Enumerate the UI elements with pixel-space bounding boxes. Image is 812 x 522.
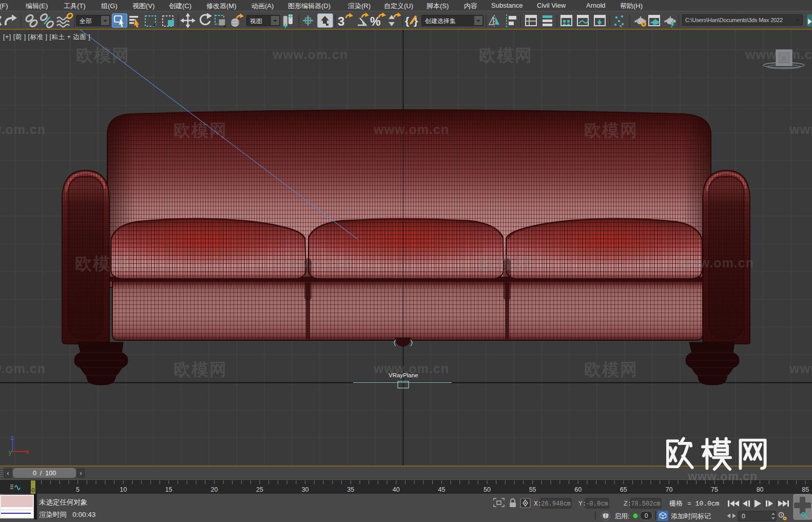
svg-text:-0.0cm: -0.0cm: [586, 500, 608, 508]
svg-text:55: 55: [529, 486, 536, 493]
svg-text:40: 40: [393, 486, 400, 493]
svg-text:z: z: [11, 434, 14, 441]
svg-text:60: 60: [574, 486, 582, 493]
svg-text:x: x: [26, 448, 29, 455]
svg-text:20: 20: [210, 486, 218, 493]
svg-text:30: 30: [302, 486, 309, 493]
svg-text:0: 0: [31, 487, 34, 493]
svg-text:25: 25: [256, 486, 263, 493]
svg-text:35: 35: [347, 486, 354, 493]
svg-text:45: 45: [438, 486, 445, 493]
svg-text:y: y: [9, 449, 12, 456]
svg-text:26.948cm: 26.948cm: [541, 500, 571, 508]
svg-text:添加时间标记: 添加时间标记: [671, 512, 711, 520]
svg-text:{: {: [405, 15, 409, 27]
svg-text:3: 3: [338, 14, 344, 28]
svg-text:65: 65: [620, 486, 627, 493]
svg-text:0: 0: [742, 513, 745, 520]
svg-text:85: 85: [802, 486, 809, 493]
svg-text:50: 50: [484, 486, 491, 493]
svg-text:启用:: 启用:: [614, 512, 630, 520]
svg-text:78.502cm: 78.502cm: [631, 500, 661, 508]
svg-text:10: 10: [120, 486, 127, 493]
svg-text:= 10.0cm: = 10.0cm: [687, 500, 720, 508]
svg-text:80: 80: [757, 486, 764, 493]
svg-text:栅格: 栅格: [669, 499, 683, 507]
svg-text:15: 15: [165, 486, 172, 493]
svg-text:75: 75: [711, 486, 718, 493]
svg-text:5: 5: [76, 486, 80, 493]
svg-text:70: 70: [665, 486, 672, 493]
svg-text:0: 0: [645, 512, 648, 519]
